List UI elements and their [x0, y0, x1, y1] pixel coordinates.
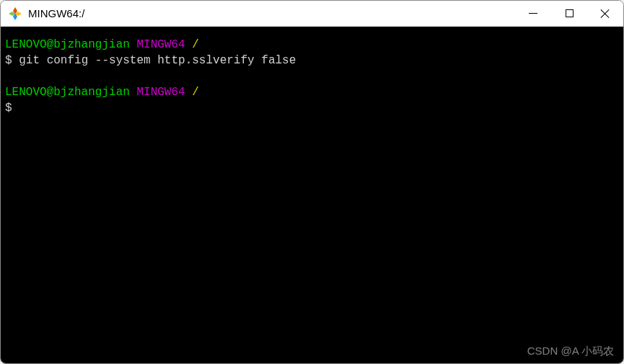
app-icon: [8, 6, 22, 21]
minimize-icon: [529, 13, 537, 14]
prompt-env: MINGW64: [136, 86, 185, 99]
maximize-icon: [566, 9, 574, 17]
terminal-area[interactable]: LENOVO@bjzhangjian MINGW64 / $ git confi…: [1, 27, 623, 363]
close-button[interactable]: [587, 1, 623, 26]
prompt-path: /: [192, 86, 199, 99]
command-text: git config --system http.sslverify false: [19, 54, 296, 67]
window-controls: [515, 1, 623, 26]
prompt-env: MINGW64: [136, 38, 185, 51]
window-title: MINGW64:/: [28, 7, 515, 19]
prompt-path: /: [192, 38, 199, 51]
maximize-button[interactable]: [551, 1, 587, 26]
prompt-user-host: LENOVO@bjzhangjian: [5, 86, 130, 99]
titlebar[interactable]: MINGW64:/: [1, 1, 623, 27]
window-frame: MINGW64:/ LENOVO@bjzhangjian MINGW64 / $…: [0, 0, 624, 364]
prompt-symbol: $: [5, 102, 12, 115]
prompt-user-host: LENOVO@bjzhangjian: [5, 38, 130, 51]
close-icon: [600, 9, 610, 19]
minimize-button[interactable]: [515, 1, 551, 26]
prompt-symbol: $: [5, 54, 12, 67]
